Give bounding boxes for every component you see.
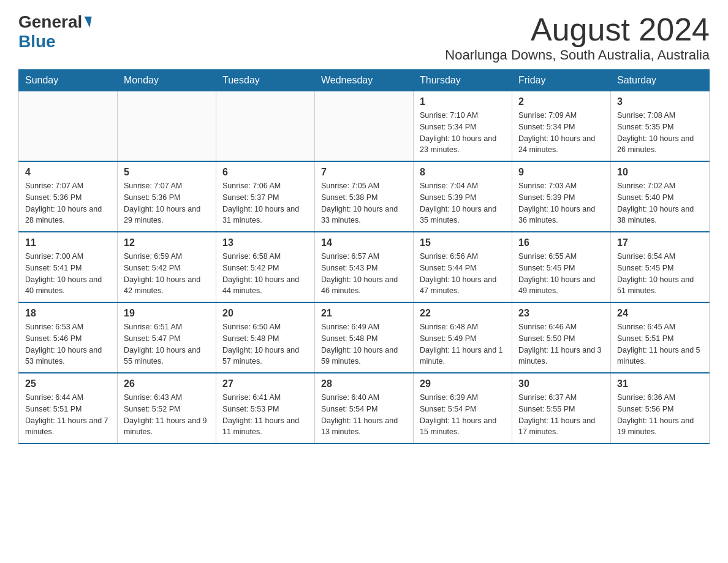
calendar-cell: 13Sunrise: 6:58 AM Sunset: 5:42 PM Dayli…: [216, 232, 315, 302]
day-number: 26: [124, 378, 210, 389]
title-section: August 2024 Noarlunga Downs, South Austr…: [445, 12, 710, 63]
day-number: 1: [420, 96, 506, 107]
day-info: Sunrise: 6:48 AM Sunset: 5:49 PM Dayligh…: [420, 321, 506, 367]
day-number: 25: [25, 378, 111, 389]
day-info: Sunrise: 6:55 AM Sunset: 5:45 PM Dayligh…: [518, 251, 604, 297]
day-info: Sunrise: 6:58 AM Sunset: 5:42 PM Dayligh…: [222, 251, 308, 297]
calendar-week-row: 1Sunrise: 7:10 AM Sunset: 5:34 PM Daylig…: [19, 91, 710, 162]
calendar-cell: 14Sunrise: 6:57 AM Sunset: 5:43 PM Dayli…: [315, 232, 414, 302]
calendar-cell: 19Sunrise: 6:51 AM Sunset: 5:47 PM Dayli…: [118, 302, 216, 373]
day-info: Sunrise: 6:37 AM Sunset: 5:55 PM Dayligh…: [518, 392, 604, 438]
day-number: 4: [25, 167, 111, 178]
calendar-week-row: 18Sunrise: 6:53 AM Sunset: 5:46 PM Dayli…: [19, 302, 710, 373]
calendar-cell: 27Sunrise: 6:41 AM Sunset: 5:53 PM Dayli…: [216, 373, 315, 443]
day-info: Sunrise: 6:44 AM Sunset: 5:51 PM Dayligh…: [25, 392, 111, 438]
calendar-table: SundayMondayTuesdayWednesdayThursdayFrid…: [18, 69, 710, 444]
day-number: 11: [25, 237, 111, 248]
calendar-cell: 24Sunrise: 6:45 AM Sunset: 5:51 PM Dayli…: [611, 302, 710, 373]
header-day-monday: Monday: [118, 70, 216, 91]
calendar-cell: 25Sunrise: 6:44 AM Sunset: 5:51 PM Dayli…: [19, 373, 118, 443]
day-number: 15: [420, 237, 506, 248]
day-number: 16: [518, 237, 604, 248]
day-info: Sunrise: 7:03 AM Sunset: 5:39 PM Dayligh…: [518, 180, 604, 226]
day-info: Sunrise: 6:56 AM Sunset: 5:44 PM Dayligh…: [420, 251, 506, 297]
day-number: 18: [25, 308, 111, 319]
day-number: 28: [321, 378, 407, 389]
calendar-header-row: SundayMondayTuesdayWednesdayThursdayFrid…: [19, 70, 710, 91]
day-info: Sunrise: 6:57 AM Sunset: 5:43 PM Dayligh…: [321, 251, 407, 297]
day-info: Sunrise: 7:04 AM Sunset: 5:39 PM Dayligh…: [420, 180, 506, 226]
calendar-cell: 23Sunrise: 6:46 AM Sunset: 5:50 PM Dayli…: [512, 302, 611, 373]
calendar-cell: [19, 91, 118, 162]
calendar-cell: 22Sunrise: 6:48 AM Sunset: 5:49 PM Dayli…: [414, 302, 512, 373]
day-info: Sunrise: 6:45 AM Sunset: 5:51 PM Dayligh…: [617, 321, 703, 367]
calendar-cell: 9Sunrise: 7:03 AM Sunset: 5:39 PM Daylig…: [512, 161, 611, 232]
day-info: Sunrise: 7:02 AM Sunset: 5:40 PM Dayligh…: [617, 180, 703, 226]
day-number: 24: [617, 308, 703, 319]
day-info: Sunrise: 6:59 AM Sunset: 5:42 PM Dayligh…: [124, 251, 210, 297]
header-day-wednesday: Wednesday: [315, 70, 414, 91]
calendar-cell: 30Sunrise: 6:37 AM Sunset: 5:55 PM Dayli…: [512, 373, 611, 443]
calendar-cell: 18Sunrise: 6:53 AM Sunset: 5:46 PM Dayli…: [19, 302, 118, 373]
calendar-cell: 1Sunrise: 7:10 AM Sunset: 5:34 PM Daylig…: [414, 91, 512, 162]
calendar-cell: 11Sunrise: 7:00 AM Sunset: 5:41 PM Dayli…: [19, 232, 118, 302]
day-number: 14: [321, 237, 407, 248]
header-day-saturday: Saturday: [611, 70, 710, 91]
day-info: Sunrise: 6:54 AM Sunset: 5:45 PM Dayligh…: [617, 251, 703, 297]
day-info: Sunrise: 6:51 AM Sunset: 5:47 PM Dayligh…: [124, 321, 210, 367]
day-number: 8: [420, 167, 506, 178]
calendar-cell: 17Sunrise: 6:54 AM Sunset: 5:45 PM Dayli…: [611, 232, 710, 302]
day-number: 20: [222, 308, 308, 319]
logo-arrow-icon: [83, 17, 92, 28]
day-number: 2: [518, 96, 604, 107]
calendar-cell: 26Sunrise: 6:43 AM Sunset: 5:52 PM Dayli…: [118, 373, 216, 443]
day-info: Sunrise: 7:09 AM Sunset: 5:34 PM Dayligh…: [518, 110, 604, 156]
header-day-sunday: Sunday: [19, 70, 118, 91]
calendar-cell: 21Sunrise: 6:49 AM Sunset: 5:48 PM Dayli…: [315, 302, 414, 373]
logo: General Blue: [18, 12, 92, 52]
day-number: 30: [518, 378, 604, 389]
calendar-cell: 31Sunrise: 6:36 AM Sunset: 5:56 PM Dayli…: [611, 373, 710, 443]
calendar-week-row: 4Sunrise: 7:07 AM Sunset: 5:36 PM Daylig…: [19, 161, 710, 232]
day-number: 21: [321, 308, 407, 319]
calendar-cell: 6Sunrise: 7:06 AM Sunset: 5:37 PM Daylig…: [216, 161, 315, 232]
calendar-cell: 16Sunrise: 6:55 AM Sunset: 5:45 PM Dayli…: [512, 232, 611, 302]
day-number: 29: [420, 378, 506, 389]
day-info: Sunrise: 7:08 AM Sunset: 5:35 PM Dayligh…: [617, 110, 703, 156]
calendar-cell: [315, 91, 414, 162]
location-title: Noarlunga Downs, South Australia, Austra…: [445, 47, 710, 63]
calendar-week-row: 25Sunrise: 6:44 AM Sunset: 5:51 PM Dayli…: [19, 373, 710, 443]
calendar-cell: 2Sunrise: 7:09 AM Sunset: 5:34 PM Daylig…: [512, 91, 611, 162]
day-number: 22: [420, 308, 506, 319]
calendar-cell: 5Sunrise: 7:07 AM Sunset: 5:36 PM Daylig…: [118, 161, 216, 232]
logo-general-text: General: [18, 12, 82, 32]
day-number: 6: [222, 167, 308, 178]
day-info: Sunrise: 7:07 AM Sunset: 5:36 PM Dayligh…: [124, 180, 210, 226]
day-number: 12: [124, 237, 210, 248]
day-number: 3: [617, 96, 703, 107]
calendar-cell: 7Sunrise: 7:05 AM Sunset: 5:38 PM Daylig…: [315, 161, 414, 232]
calendar-cell: 3Sunrise: 7:08 AM Sunset: 5:35 PM Daylig…: [611, 91, 710, 162]
day-number: 9: [518, 167, 604, 178]
day-info: Sunrise: 7:10 AM Sunset: 5:34 PM Dayligh…: [420, 110, 506, 156]
day-number: 10: [617, 167, 703, 178]
day-info: Sunrise: 6:41 AM Sunset: 5:53 PM Dayligh…: [222, 392, 308, 438]
day-number: 31: [617, 378, 703, 389]
calendar-cell: 12Sunrise: 6:59 AM Sunset: 5:42 PM Dayli…: [118, 232, 216, 302]
calendar-cell: 10Sunrise: 7:02 AM Sunset: 5:40 PM Dayli…: [611, 161, 710, 232]
day-info: Sunrise: 6:50 AM Sunset: 5:48 PM Dayligh…: [222, 321, 308, 367]
day-info: Sunrise: 6:49 AM Sunset: 5:48 PM Dayligh…: [321, 321, 407, 367]
calendar-cell: 28Sunrise: 6:40 AM Sunset: 5:54 PM Dayli…: [315, 373, 414, 443]
day-info: Sunrise: 6:39 AM Sunset: 5:54 PM Dayligh…: [420, 392, 506, 438]
calendar-cell: [216, 91, 315, 162]
header-day-tuesday: Tuesday: [216, 70, 315, 91]
day-info: Sunrise: 7:06 AM Sunset: 5:37 PM Dayligh…: [222, 180, 308, 226]
calendar-cell: 4Sunrise: 7:07 AM Sunset: 5:36 PM Daylig…: [19, 161, 118, 232]
calendar-cell: 29Sunrise: 6:39 AM Sunset: 5:54 PM Dayli…: [414, 373, 512, 443]
header-day-friday: Friday: [512, 70, 611, 91]
calendar-cell: 20Sunrise: 6:50 AM Sunset: 5:48 PM Dayli…: [216, 302, 315, 373]
day-info: Sunrise: 6:53 AM Sunset: 5:46 PM Dayligh…: [25, 321, 111, 367]
calendar-week-row: 11Sunrise: 7:00 AM Sunset: 5:41 PM Dayli…: [19, 232, 710, 302]
day-info: Sunrise: 6:36 AM Sunset: 5:56 PM Dayligh…: [617, 392, 703, 438]
calendar-cell: [118, 91, 216, 162]
